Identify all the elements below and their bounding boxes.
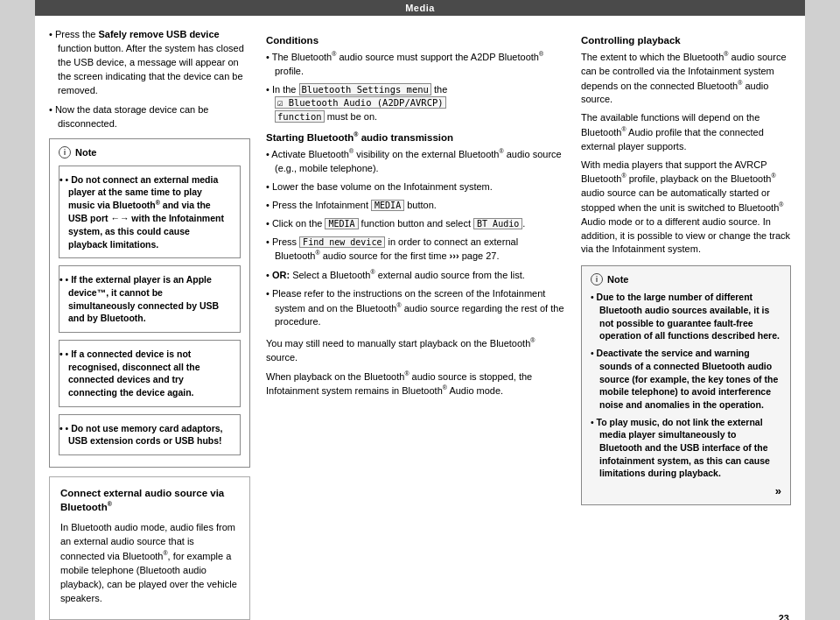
note-icon: i — [59, 146, 71, 159]
controlling-para1: The extent to which the Bluetooth® audio… — [581, 50, 791, 107]
note-bullet-3: • If a connected device is not recognise… — [59, 340, 241, 407]
left-note-header: i Note — [59, 146, 241, 159]
note-bullet-2: • If the external player is an Apple dev… — [59, 265, 241, 333]
header-bar: Media — [35, 0, 805, 16]
mid-condition-1: The Bluetooth® audio source must support… — [266, 50, 565, 79]
mid-para2: When playback on the Bluetooth® audio so… — [266, 370, 565, 398]
left-bullets: Press the Safely remove USB device funct… — [49, 28, 250, 131]
right-note-header: i Note — [591, 273, 781, 285]
page-number: 23 — [779, 613, 789, 620]
note-bullet-4: • Do not use memory card adaptors, USB e… — [59, 414, 241, 455]
left-bullet-2: Now the data storage device can be disco… — [49, 103, 250, 131]
right-column: Controlling playback The extent to which… — [581, 28, 791, 620]
header-title: Media — [405, 3, 435, 13]
mid-start-6: OR: Select a Bluetooth® external audio s… — [266, 268, 565, 283]
left-bullet-1: Press the Safely remove USB device funct… — [49, 28, 250, 98]
controlling-para3: With media players that support the AVRC… — [581, 159, 791, 257]
mid-start-3: Press the Infotainment MEDIA button. — [266, 199, 565, 213]
right-note-bullet-1: • Due to the large number of different B… — [591, 291, 781, 342]
mid-para1: You may still need to manually start pla… — [266, 336, 565, 365]
mid-start-5: Press Find new device in order to connec… — [266, 236, 565, 264]
right-note-box: i Note • Due to the large number of diff… — [581, 265, 791, 505]
mid-start-4: Click on the MEDIA function button and s… — [266, 217, 565, 231]
mid-condition-2: In the Bluetooth Settings menu the ☑ Blu… — [266, 83, 565, 125]
note-bullet-1: • Do not connect an external media playe… — [59, 166, 241, 259]
left-column: Press the Safely remove USB device funct… — [49, 28, 250, 620]
right-note-icon: i — [591, 273, 603, 285]
starting-title: Starting Bluetooth® audio transmission — [266, 131, 565, 143]
right-note-bullet-2: • Deactivate the service and warning sou… — [591, 347, 781, 411]
arrows-right: » — [591, 484, 781, 497]
mid-start-7: Please refer to the instructions on the … — [266, 287, 565, 329]
mid-start-1: Activate Bluetooth® visibility on the ex… — [266, 147, 565, 176]
controlling-para2: The available functions will depend on t… — [581, 111, 791, 153]
mid-start-2: Lower the base volume on the Infotainmen… — [266, 180, 565, 194]
conditions-title: Conditions — [266, 35, 565, 46]
left-note-box: i Note • Do not connect an external medi… — [49, 138, 250, 469]
connect-box-title: Connect external audio source via Blueto… — [60, 486, 239, 514]
content-area: Press the Safely remove USB device funct… — [35, 16, 805, 620]
page: Media Press the Safely remove USB device… — [35, 0, 805, 620]
mid-column: Conditions The Bluetooth® audio source m… — [266, 28, 565, 620]
connect-box-body: In Bluetooth audio mode, audio files fro… — [60, 521, 239, 605]
right-note-bullet-3: • To play music, do not link the externa… — [591, 416, 781, 480]
connect-box: Connect external audio source via Blueto… — [49, 476, 250, 619]
controlling-title: Controlling playback — [581, 35, 791, 46]
